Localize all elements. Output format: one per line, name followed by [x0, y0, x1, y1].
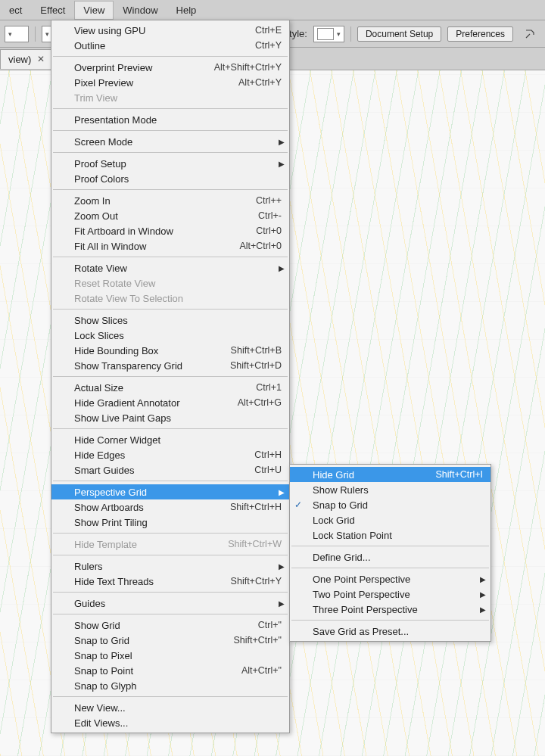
menu-item-fit-artboard-in-window[interactable]: Fit Artboard in WindowCtrl+0 — [51, 223, 289, 238]
menu-item-snap-to-grid[interactable]: Snap to GridShift+Ctrl+" — [51, 633, 289, 648]
menu-item-proof-setup[interactable]: Proof Setup▶ — [51, 156, 289, 171]
menu-separator — [53, 428, 288, 429]
menu-item-label: Hide Text Threads — [74, 576, 223, 587]
menu-item-show-rulers[interactable]: Show Rulers — [290, 482, 490, 497]
menu-item-smart-guides[interactable]: Smart GuidesCtrl+U — [51, 462, 289, 478]
menu-item-label: Snap to Grid — [313, 499, 483, 511]
document-tab[interactable]: view) ✕ — [0, 49, 51, 69]
menu-separator — [53, 152, 288, 153]
menu-separator — [53, 614, 288, 614]
menubar-item-select-truncated[interactable]: ect — [0, 1, 31, 20]
menu-item-overprint-preview[interactable]: Overprint PreviewAlt+Shift+Ctrl+Y — [51, 60, 289, 75]
menu-item-lock-station-point[interactable]: Lock Station Point — [290, 527, 490, 543]
menu-item-lock-slices[interactable]: Lock Slices — [51, 328, 289, 343]
menu-item-zoom-in[interactable]: Zoom InCtrl++ — [51, 193, 289, 208]
style-select[interactable]: ▾ — [313, 26, 344, 42]
menu-item-label: Show Rulers — [313, 484, 483, 496]
menu-item-rulers[interactable]: Rulers▶ — [51, 558, 289, 574]
menu-item-new-view[interactable]: New View... — [51, 700, 289, 715]
menu-item-shortcut: Shift+Ctrl+H — [223, 502, 282, 512]
menu-item-label: Outline — [74, 40, 248, 51]
menu-item-snap-to-glyph[interactable]: Snap to Glyph — [51, 678, 289, 693]
menu-item-shortcut: Ctrl+1 — [248, 382, 282, 393]
menu-item-label: Snap to Grid — [74, 635, 226, 646]
menu-item-label: Guides — [74, 598, 282, 609]
menu-separator — [53, 309, 288, 310]
menu-item-presentation-mode[interactable]: Presentation Mode — [51, 112, 289, 127]
menu-item-label: Lock Station Point — [313, 530, 483, 541]
preferences-button[interactable]: Preferences — [447, 26, 513, 42]
close-icon[interactable]: ✕ — [37, 54, 45, 64]
menu-item-define-grid[interactable]: Define Grid... — [290, 549, 490, 565]
menu-item-label: View using GPU — [74, 25, 248, 36]
menu-item-shortcut: Alt+Shift+Ctrl+Y — [207, 62, 282, 73]
menu-item-label: Reset Rotate View — [74, 278, 282, 289]
menu-item-perspective-grid[interactable]: Perspective Grid▶ — [51, 484, 289, 499]
menu-item-show-slices[interactable]: Show Slices — [51, 313, 289, 328]
menu-item-one-point-perspective[interactable]: One Point Perspective▶ — [290, 571, 490, 586]
menu-item-shortcut: Ctrl+U — [247, 465, 282, 475]
menu-item-guides[interactable]: Guides▶ — [51, 596, 289, 611]
document-setup-button[interactable]: Document Setup — [357, 26, 441, 42]
menu-item-show-transparency-grid[interactable]: Show Transparency GridShift+Ctrl+D — [51, 358, 289, 373]
menu-item-hide-edges[interactable]: Hide EdgesCtrl+H — [51, 447, 289, 462]
menu-item-rotate-view[interactable]: Rotate View▶ — [51, 260, 289, 275]
menu-item-label: Show Live Paint Gaps — [74, 412, 282, 424]
menu-item-save-grid-as-preset[interactable]: Save Grid as Preset... — [290, 624, 490, 639]
view-menu: View using GPUCtrl+EOutlineCtrl+YOverpri… — [51, 20, 290, 733]
menu-item-zoom-out[interactable]: Zoom OutCtrl+- — [51, 208, 289, 223]
menu-item-trim-view: Trim View — [51, 90, 289, 105]
menubar: ect Effect View Window Help — [0, 0, 545, 20]
menu-item-hide-corner-widget[interactable]: Hide Corner Widget — [51, 432, 289, 447]
pin-icon[interactable] — [519, 26, 540, 42]
menu-item-label: Actual Size — [74, 382, 248, 394]
opacity-select[interactable]: ▾ — [5, 26, 29, 42]
menu-item-show-artboards[interactable]: Show ArtboardsShift+Ctrl+H — [51, 499, 289, 515]
menu-item-lock-grid[interactable]: Lock Grid — [290, 512, 490, 527]
menu-item-shortcut: Ctrl++ — [248, 195, 282, 206]
menu-item-label: Hide Corner Widget — [74, 434, 282, 446]
menu-item-edit-views[interactable]: Edit Views... — [51, 715, 289, 730]
menu-item-label: Smart Guides — [74, 465, 247, 476]
menubar-item-help[interactable]: Help — [167, 1, 206, 20]
menu-item-label: Show Transparency Grid — [74, 360, 223, 372]
chevron-right-icon: ▶ — [279, 488, 285, 496]
menu-item-hide-template: Hide TemplateShift+Ctrl+W — [51, 537, 289, 552]
menu-separator — [53, 56, 288, 57]
document-tab-label: view) — [8, 54, 31, 65]
menu-item-snap-to-point[interactable]: Snap to PointAlt+Ctrl+" — [51, 663, 289, 678]
chevron-down-icon: ▾ — [45, 30, 49, 38]
menubar-item-effect[interactable]: Effect — [31, 1, 74, 20]
menu-item-fit-all-in-window[interactable]: Fit All in WindowAlt+Ctrl+0 — [51, 238, 289, 254]
menu-item-shortcut: Ctrl+- — [251, 210, 282, 221]
menu-item-label: Hide Edges — [74, 450, 247, 461]
menu-item-hide-gradient-annotator[interactable]: Hide Gradient AnnotatorAlt+Ctrl+G — [51, 395, 289, 410]
check-icon: ✓ — [294, 499, 302, 510]
menu-item-snap-to-pixel[interactable]: Snap to Pixel — [51, 648, 289, 663]
menu-item-hide-grid[interactable]: Hide GridShift+Ctrl+I — [290, 467, 490, 482]
menubar-item-view[interactable]: View — [74, 1, 114, 20]
menubar-item-window[interactable]: Window — [114, 1, 167, 20]
menu-item-hide-text-threads[interactable]: Hide Text ThreadsShift+Ctrl+Y — [51, 574, 289, 589]
menu-item-shortcut: Ctrl+0 — [248, 226, 282, 236]
menu-separator — [53, 376, 288, 377]
chevron-right-icon: ▶ — [279, 599, 285, 608]
menu-item-outline[interactable]: OutlineCtrl+Y — [51, 38, 289, 53]
menu-item-three-point-perspective[interactable]: Three Point Perspective▶ — [290, 602, 490, 617]
menu-item-proof-colors[interactable]: Proof Colors — [51, 171, 289, 186]
menu-item-two-point-perspective[interactable]: Two Point Perspective▶ — [290, 586, 490, 602]
menu-item-show-print-tiling[interactable]: Show Print Tiling — [51, 515, 289, 530]
menu-item-show-live-paint-gaps[interactable]: Show Live Paint Gaps — [51, 410, 289, 425]
menu-item-hide-bounding-box[interactable]: Hide Bounding BoxShift+Ctrl+B — [51, 343, 289, 358]
menu-item-snap-to-grid[interactable]: ✓Snap to Grid — [290, 497, 490, 512]
menu-item-label: New View... — [74, 702, 282, 714]
menu-item-shortcut: Alt+Ctrl+Y — [231, 77, 282, 88]
menu-item-label: Hide Grid — [313, 469, 428, 481]
menu-item-view-using-gpu[interactable]: View using GPUCtrl+E — [51, 23, 289, 38]
menu-separator — [291, 546, 489, 546]
menu-item-screen-mode[interactable]: Screen Mode▶ — [51, 134, 289, 149]
menu-item-label: Hide Template — [74, 539, 220, 550]
menu-item-pixel-preview[interactable]: Pixel PreviewAlt+Ctrl+Y — [51, 75, 289, 90]
menu-item-actual-size[interactable]: Actual SizeCtrl+1 — [51, 380, 289, 395]
menu-item-show-grid[interactable]: Show GridCtrl+" — [51, 618, 289, 633]
